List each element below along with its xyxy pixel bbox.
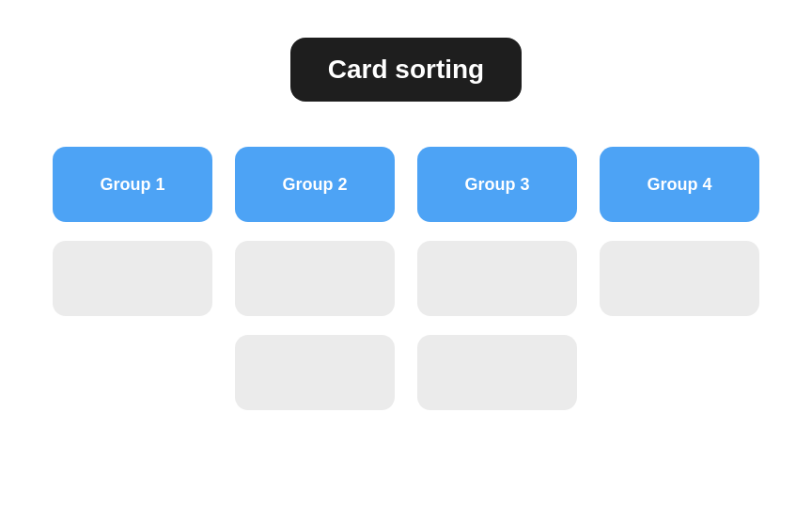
empty-card-row2-col2[interactable] xyxy=(235,241,395,316)
card-grid: Group 1 Group 2 Group 3 Group 4 xyxy=(53,147,759,410)
empty-card-row3-col2[interactable] xyxy=(235,335,395,410)
page-title: Card sorting xyxy=(290,38,522,102)
group-card-4[interactable]: Group 4 xyxy=(600,147,759,222)
group-card-1[interactable]: Group 1 xyxy=(53,147,212,222)
empty-card-row2-col4[interactable] xyxy=(600,241,759,316)
group-card-3[interactable]: Group 3 xyxy=(417,147,577,222)
group-card-2[interactable]: Group 2 xyxy=(235,147,395,222)
empty-card-row2-col3[interactable] xyxy=(417,241,577,316)
empty-card-row2-col1[interactable] xyxy=(53,241,212,316)
empty-card-row3-col3[interactable] xyxy=(417,335,577,410)
